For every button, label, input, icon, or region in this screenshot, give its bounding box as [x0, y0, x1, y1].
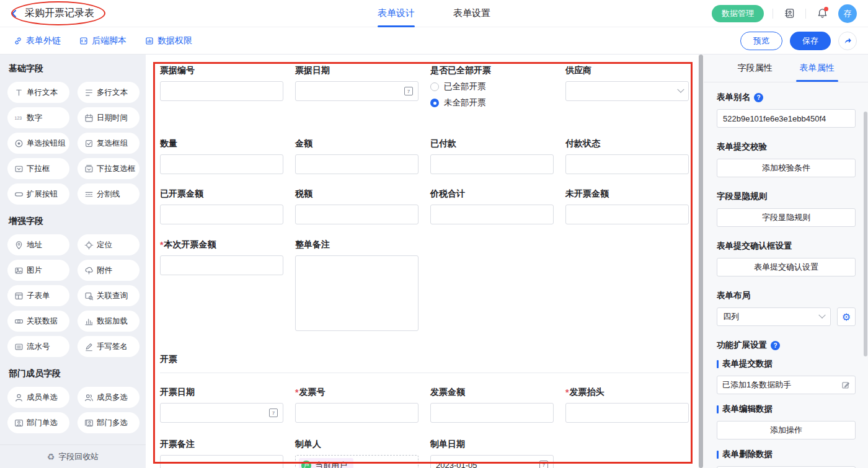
palette-item-member-single[interactable]: 成员单选: [7, 387, 69, 408]
data-manage-button[interactable]: 数据管理: [712, 5, 764, 22]
edit-icon[interactable]: [841, 381, 850, 389]
field-total-with-tax[interactable]: 价税合计: [430, 188, 554, 224]
form-external-link[interactable]: 表单外链: [14, 35, 61, 46]
field-paid[interactable]: 已付款: [430, 138, 554, 174]
text-input[interactable]: [565, 403, 689, 423]
palette-item-linked-data[interactable]: 关联数据: [7, 311, 69, 332]
radio-unselected-icon[interactable]: [430, 82, 439, 91]
backend-script-link[interactable]: 后端脚本: [79, 35, 126, 46]
text-input[interactable]: [160, 255, 283, 275]
field-tax-amount[interactable]: 税额: [295, 188, 418, 224]
palette-item-data-load[interactable]: 数据加载: [78, 311, 140, 332]
date-input[interactable]: 7: [160, 403, 283, 423]
palette-item-member-multi[interactable]: 成员多选: [78, 387, 140, 408]
field-amount[interactable]: 金额: [295, 138, 418, 174]
palette-item-image[interactable]: 图片: [7, 260, 69, 281]
visibility-rules-button[interactable]: 字段显隐规则: [717, 208, 856, 227]
text-input[interactable]: [160, 205, 283, 224]
palette-item-extend-button[interactable]: 扩展按钮: [7, 183, 69, 205]
current-user-tag[interactable]: 户 当前用户: [299, 458, 353, 468]
back-icon[interactable]: [9, 8, 20, 19]
field-invoiced-amount[interactable]: 已开票金额: [160, 188, 283, 224]
tab-form-settings[interactable]: 表单设置: [453, 0, 490, 27]
field-invoice-amount[interactable]: 发票金额: [430, 387, 554, 423]
help-icon[interactable]: ?: [754, 93, 763, 102]
text-input[interactable]: [565, 154, 689, 174]
panel-scrollbar[interactable]: [864, 112, 867, 356]
page-title[interactable]: 采购开票记录表: [25, 7, 94, 20]
field-invoice-title[interactable]: *发票抬头: [565, 387, 689, 423]
field-recycle-bin[interactable]: ♻ 字段回收站: [0, 444, 146, 468]
add-edit-operation-button[interactable]: 添加操作: [717, 421, 856, 439]
palette-item-serial-number[interactable]: 流水号: [7, 336, 69, 357]
field-supplier[interactable]: 供应商: [565, 65, 689, 111]
field-current-invoice-amount[interactable]: *本次开票金额: [160, 239, 283, 331]
field-fully-invoiced[interactable]: 是否已全部开票 已全部开票 未全部开票: [430, 65, 554, 111]
section-invoicing[interactable]: 开票: [160, 350, 689, 373]
palette-item-signature[interactable]: 手写签名: [78, 336, 140, 357]
field-order-remark[interactable]: 整单备注: [295, 239, 418, 331]
field-creator[interactable]: 制单人 户 当前用户: [295, 439, 418, 468]
save-button[interactable]: 保存: [790, 32, 831, 50]
help-icon[interactable]: ?: [771, 341, 780, 350]
field-bill-number[interactable]: 票据编号: [160, 65, 283, 111]
field-creation-date[interactable]: 制单日期 2023-01-05 7: [430, 439, 554, 468]
palette-item-dept-single[interactable]: 部门单选: [7, 412, 69, 433]
text-input[interactable]: [430, 205, 554, 224]
text-input[interactable]: [160, 154, 283, 174]
scrollbar-thumb[interactable]: [699, 55, 703, 468]
radio-option[interactable]: 未全部开票: [430, 95, 554, 111]
contacts-icon[interactable]: [782, 6, 797, 21]
preview-button[interactable]: 预览: [740, 32, 782, 50]
palette-item-location[interactable]: 定位: [78, 234, 140, 255]
field-uninvoiced-amount[interactable]: 未开票金额: [565, 188, 689, 224]
bell-icon[interactable]: [815, 6, 830, 21]
palette-item-checkbox-group[interactable]: 复选框组: [78, 133, 140, 154]
text-input[interactable]: [430, 403, 554, 423]
field-quantity[interactable]: 数量: [160, 138, 283, 174]
tab-field-properties[interactable]: 字段属性: [738, 55, 773, 82]
field-payment-status[interactable]: 付款状态: [565, 138, 689, 174]
palette-item-datetime[interactable]: 日期时间: [78, 107, 140, 128]
palette-item-address[interactable]: 地址: [7, 234, 69, 255]
data-assistant-box[interactable]: 已添加1条数据助手: [717, 376, 856, 394]
radio-option[interactable]: 已全部开票: [430, 79, 554, 95]
date-input[interactable]: 7: [295, 81, 418, 101]
tab-form-properties[interactable]: 表单属性: [800, 55, 835, 82]
text-input[interactable]: [295, 403, 418, 423]
palette-item-attachment[interactable]: 附件: [78, 260, 140, 281]
text-input[interactable]: [295, 154, 418, 174]
layout-settings-button[interactable]: ⚙: [837, 307, 856, 326]
palette-item-dept-multi[interactable]: 部门多选: [78, 412, 140, 433]
textarea-input[interactable]: [295, 255, 418, 331]
radio-selected-icon[interactable]: [430, 99, 439, 107]
layout-select[interactable]: 四列: [717, 307, 831, 326]
palette-item-subform[interactable]: 子表单: [7, 285, 69, 306]
text-input[interactable]: [160, 455, 283, 468]
form-canvas[interactable]: 票据编号 票据日期 7 是否已全部开票 已全部开票 未全部开票: [146, 55, 698, 468]
avatar[interactable]: 存: [838, 4, 857, 23]
submit-confirm-button[interactable]: 表单提交确认设置: [717, 258, 856, 276]
palette-item-multi-select[interactable]: 下拉复选框: [78, 158, 140, 179]
form-alias-input[interactable]: 522b9e101fe6e3e1ebb450f4: [717, 109, 856, 128]
data-permission-link[interactable]: 数据权限: [145, 35, 192, 46]
share-button[interactable]: [838, 32, 857, 50]
field-invoice-date[interactable]: 开票日期 7: [160, 387, 283, 423]
date-input[interactable]: 2023-01-05 7: [430, 455, 554, 468]
add-validation-button[interactable]: 添加校验条件: [717, 159, 856, 177]
text-input[interactable]: [565, 205, 689, 224]
palette-item-divider[interactable]: 分割线: [78, 183, 140, 205]
user-input[interactable]: 户 当前用户: [295, 455, 418, 468]
palette-item-radio-group[interactable]: 单选按钮组: [7, 133, 69, 154]
text-input[interactable]: [295, 205, 418, 224]
palette-item-multi-line-text[interactable]: 多行文本: [78, 82, 140, 103]
field-invoice-number[interactable]: *发票号: [295, 387, 418, 423]
palette-item-single-line-text[interactable]: 单行文本: [7, 82, 69, 103]
text-input[interactable]: [160, 81, 283, 101]
field-invoice-remark[interactable]: 开票备注: [160, 439, 283, 468]
tab-form-design[interactable]: 表单设计: [378, 0, 415, 27]
field-bill-date[interactable]: 票据日期 7: [295, 65, 418, 111]
text-input[interactable]: [430, 154, 554, 174]
palette-item-select[interactable]: 下拉框: [7, 158, 69, 179]
select-input[interactable]: [565, 81, 689, 101]
